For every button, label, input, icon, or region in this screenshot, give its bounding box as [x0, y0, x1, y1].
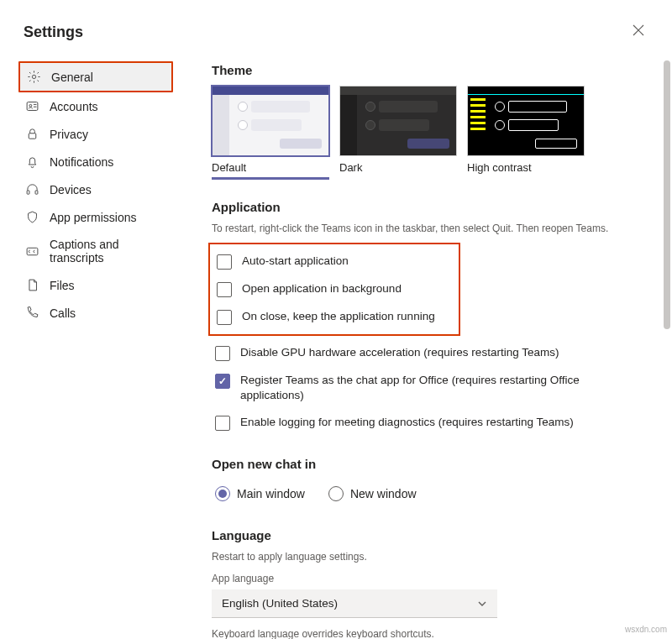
- application-desc: To restart, right-click the Teams icon i…: [212, 223, 647, 234]
- scrollbar[interactable]: [664, 60, 670, 329]
- language-desc: Restart to apply language settings.: [212, 551, 647, 563]
- close-icon: [632, 24, 645, 37]
- watermark: wsxdn.com: [625, 625, 667, 634]
- gear-icon: [27, 70, 41, 84]
- sidebar-item-label: Accounts: [50, 100, 98, 113]
- svg-rect-4: [27, 191, 29, 194]
- chevron-down-icon: [477, 599, 487, 609]
- language-title: Language: [212, 528, 647, 542]
- theme-high-contrast[interactable]: High contrast: [467, 86, 585, 180]
- check-auto-start[interactable]: Auto-start application: [213, 248, 452, 275]
- theme-title: Theme: [212, 63, 647, 77]
- checkbox-icon[interactable]: [217, 310, 232, 325]
- sidebar-item-captions[interactable]: Captions and transcripts: [18, 231, 173, 271]
- check-label: Open application in background: [242, 281, 402, 296]
- radio-new-window[interactable]: New window: [328, 486, 417, 501]
- open-chat-title: Open new chat in: [212, 457, 647, 471]
- sidebar-item-calls[interactable]: Calls: [18, 299, 173, 327]
- radio-icon[interactable]: [328, 486, 344, 501]
- app-language-label: App language: [212, 573, 647, 584]
- checkbox-icon[interactable]: [215, 374, 230, 389]
- sidebar-item-label: Calls: [50, 306, 76, 320]
- svg-rect-5: [35, 191, 38, 194]
- theme-default[interactable]: Default: [212, 86, 329, 180]
- lock-icon: [25, 127, 39, 141]
- settings-content: Theme Default: [188, 55, 672, 639]
- check-label: Disable GPU hardware acceleration (requi…: [240, 345, 559, 360]
- checkbox-icon[interactable]: [215, 416, 230, 431]
- sidebar-item-notifications[interactable]: Notifications: [18, 148, 173, 175]
- application-highlighted-options: Auto-start application Open application …: [208, 243, 460, 336]
- check-keep-running[interactable]: On close, keep the application running: [213, 303, 452, 331]
- sidebar-item-app-permissions[interactable]: App permissions: [18, 203, 173, 231]
- svg-rect-3: [29, 134, 36, 139]
- sidebar-item-privacy[interactable]: Privacy: [18, 120, 173, 148]
- sidebar-item-label: General: [51, 71, 93, 84]
- select-value: English (United States): [222, 597, 338, 610]
- sidebar-item-label: Privacy: [50, 128, 88, 141]
- settings-header: Settings: [0, 0, 672, 55]
- headset-icon: [25, 182, 39, 196]
- shield-icon: [25, 210, 39, 224]
- check-open-background[interactable]: Open application in background: [213, 275, 452, 303]
- sidebar-item-devices[interactable]: Devices: [18, 175, 173, 203]
- sidebar-item-label: Devices: [50, 183, 92, 196]
- theme-label: Dark: [339, 161, 457, 174]
- sidebar-item-label: Files: [50, 279, 75, 292]
- file-icon: [25, 278, 39, 292]
- radio-main-window[interactable]: Main window: [215, 486, 305, 501]
- theme-preview-default: [212, 86, 329, 156]
- theme-options: Default Dark: [212, 86, 647, 180]
- check-register-office[interactable]: Register Teams as the chat app for Offic…: [212, 367, 647, 409]
- radio-label: Main window: [237, 487, 305, 500]
- settings-sidebar: General Accounts Privacy Notifications D…: [0, 55, 188, 639]
- app-language-select[interactable]: English (United States): [212, 589, 497, 618]
- theme-label: Default: [212, 161, 329, 174]
- sidebar-item-label: Captions and transcripts: [50, 238, 166, 265]
- captions-icon: [25, 244, 39, 259]
- sidebar-item-general[interactable]: General: [20, 63, 171, 91]
- check-enable-logging[interactable]: Enable logging for meeting diagnostics (…: [212, 409, 647, 437]
- sidebar-item-accounts[interactable]: Accounts: [18, 92, 173, 120]
- sidebar-item-label: App permissions: [50, 211, 137, 224]
- radio-icon[interactable]: [215, 486, 230, 501]
- application-title: Application: [212, 200, 647, 214]
- check-label: Enable logging for meeting diagnostics (…: [240, 415, 574, 430]
- page-title: Settings: [24, 24, 83, 41]
- checkbox-icon[interactable]: [217, 282, 232, 297]
- bell-icon: [25, 155, 39, 169]
- check-disable-gpu[interactable]: Disable GPU hardware acceleration (requi…: [212, 339, 647, 367]
- id-card-icon: [25, 99, 39, 113]
- svg-rect-1: [27, 102, 38, 111]
- checkbox-icon[interactable]: [217, 254, 232, 270]
- radio-label: New window: [350, 487, 417, 500]
- phone-icon: [25, 306, 39, 320]
- checkbox-icon[interactable]: [215, 346, 230, 361]
- check-label: On close, keep the application running: [242, 309, 435, 324]
- theme-preview-dark: [339, 86, 457, 156]
- theme-label: High contrast: [467, 161, 585, 174]
- sidebar-item-label: Notifications: [50, 155, 113, 169]
- sidebar-item-files[interactable]: Files: [18, 271, 173, 299]
- theme-preview-high-contrast: [467, 86, 585, 156]
- theme-dark[interactable]: Dark: [339, 86, 457, 180]
- check-label: Auto-start application: [242, 254, 349, 269]
- open-chat-radio-group: Main window New window: [212, 479, 647, 508]
- check-label: Register Teams as the chat app for Offic…: [240, 373, 643, 403]
- keyboard-language-label: Keyboard language overrides keyboard sho…: [212, 628, 647, 639]
- svg-point-2: [29, 104, 32, 107]
- svg-point-0: [32, 75, 35, 78]
- close-button[interactable]: [628, 20, 648, 45]
